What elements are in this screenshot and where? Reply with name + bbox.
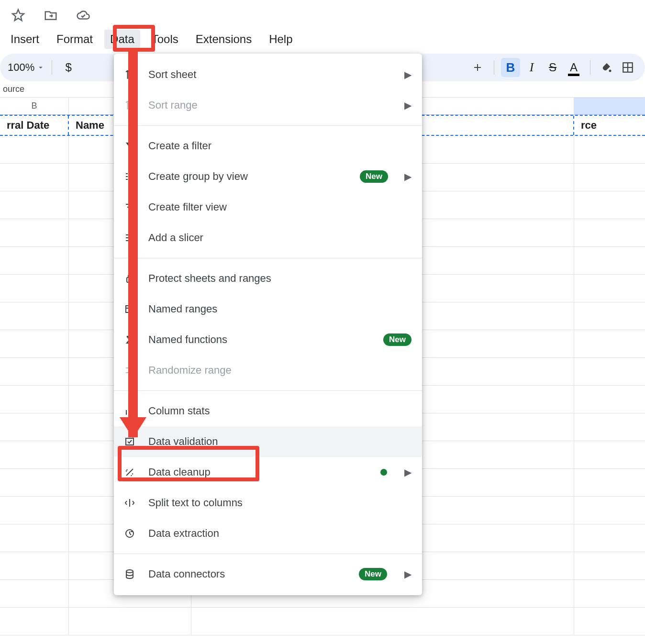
menu-data-cleanup-label: Data cleanup [148,466,369,478]
filter-view-icon [122,200,137,214]
menu-data-extraction-label: Data extraction [148,527,411,540]
borders-button[interactable] [618,58,637,77]
format-currency-button[interactable]: $ [59,58,78,77]
new-badge: New [383,333,411,346]
new-badge: New [359,568,387,580]
cloud-status-icon[interactable] [74,6,93,25]
menu-add-slicer[interactable]: Add a slicer [114,222,422,253]
col-head-b[interactable]: B [0,98,69,114]
menu-column-stats-label: Column stats [148,405,411,417]
named-ranges-icon [122,302,137,316]
database-icon [122,567,137,581]
menu-sort-sheet[interactable]: Sort sheet ▶ [114,59,422,90]
svg-point-0 [609,70,612,72]
menubar: Insert Format Data Tools Extensions Help [0,28,645,51]
menu-data-cleanup[interactable]: Data cleanup ▶ [114,457,422,488]
bold-button[interactable]: B [501,58,520,77]
menu-extensions[interactable]: Extensions [190,30,257,49]
submenu-arrow-icon: ▶ [404,69,411,80]
lock-icon [122,271,137,286]
menu-create-filter[interactable]: Create a filter [114,131,422,161]
insert-plus-button[interactable] [468,58,487,77]
submenu-arrow-icon: ▶ [404,466,411,478]
menu-named-ranges[interactable]: Named ranges [114,294,422,324]
filter-icon [122,139,137,153]
menu-tools[interactable]: Tools [146,30,184,49]
menu-data-connectors[interactable]: Data connectors New ▶ [114,559,422,589]
status-dot [380,469,387,476]
menu-named-ranges-label: Named ranges [148,303,411,315]
font-color-bar [568,74,579,76]
menu-create-group-view-label: Create group by view [148,170,348,183]
star-icon[interactable] [9,6,28,25]
slicer-icon [122,231,137,245]
fill-color-button[interactable] [597,58,616,77]
menu-create-filter-label: Create a filter [148,140,411,152]
extract-icon [122,526,137,541]
menu-divider [114,258,422,258]
italic-button[interactable]: I [522,58,541,77]
menu-create-filter-view[interactable]: Create filter view [114,192,422,222]
field-head-source-text: rce [581,119,597,132]
menu-data[interactable]: Data [104,30,140,49]
group-view-icon [122,169,137,184]
sigma-icon [122,333,137,347]
column-stats-icon [122,404,137,418]
move-to-folder-icon[interactable] [41,6,60,25]
strikethrough-button[interactable]: S [543,58,562,77]
menu-protect[interactable]: Protect sheets and ranges [114,263,422,294]
menu-split-text[interactable]: Split text to columns [114,488,422,518]
menu-create-filter-view-label: Create filter view [148,201,411,213]
menu-column-stats[interactable]: Column stats [114,396,422,426]
menu-create-group-view[interactable]: Create group by view New ▶ [114,161,422,192]
menu-data-connectors-label: Data connectors [148,568,347,580]
svg-rect-2 [127,278,133,282]
menu-insert[interactable]: Insert [5,30,45,49]
col-head-selected[interactable] [574,98,645,114]
split-icon [122,496,137,510]
menu-divider [114,125,422,126]
zoom-value: 100% [8,61,36,74]
menu-randomize-range: Randomize range [114,355,422,386]
field-head-referral-date[interactable]: rral Date [0,116,69,135]
sort-sheet-icon [122,67,137,82]
zoom-dropdown[interactable]: 100% [8,58,45,77]
new-badge: New [360,170,388,183]
menu-data-validation-label: Data validation [148,435,411,448]
menu-sort-sheet-label: Sort sheet [148,68,393,81]
menu-help[interactable]: Help [263,30,298,49]
submenu-arrow-icon: ▶ [404,171,411,182]
menu-sort-range: Sort range ▶ [114,90,422,121]
menu-divider [114,554,422,554]
menu-format[interactable]: Format [51,30,99,49]
menu-named-functions[interactable]: Named functions New [114,324,422,355]
menu-named-functions-label: Named functions [148,333,372,346]
menu-randomize-range-label: Randomize range [148,364,411,377]
shuffle-icon [122,363,137,378]
field-head-source-selected[interactable]: rce [574,116,645,135]
magic-wand-icon [122,465,137,479]
sort-range-icon [122,98,137,112]
formula-bar-cell-content: ource [3,84,24,94]
font-color-letter: A [570,61,578,74]
submenu-arrow-icon: ▶ [404,568,411,580]
submenu-arrow-icon: ▶ [404,100,411,111]
menu-sort-range-label: Sort range [148,99,393,111]
svg-point-6 [126,570,133,573]
font-color-button[interactable]: A [564,58,583,77]
menu-split-text-label: Split text to columns [148,497,411,509]
data-validation-icon [122,434,137,449]
menu-data-validation[interactable]: Data validation [114,426,422,457]
menu-add-slicer-label: Add a slicer [148,232,411,244]
menu-divider [114,390,422,391]
svg-rect-3 [126,306,133,312]
data-menu-dropdown: Sort sheet ▶ Sort range ▶ Create a filte… [114,54,422,595]
menu-data-extraction[interactable]: Data extraction [114,518,422,549]
menu-protect-label: Protect sheets and ranges [148,272,411,285]
svg-rect-4 [126,438,133,445]
